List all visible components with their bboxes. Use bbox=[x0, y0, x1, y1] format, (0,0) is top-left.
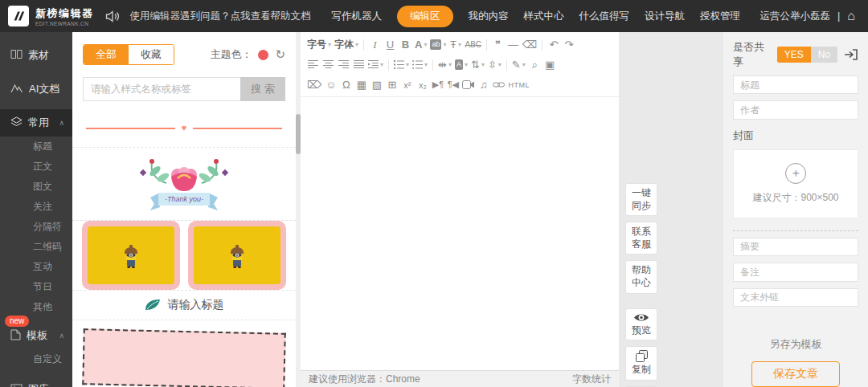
tab-all[interactable]: 全部 bbox=[84, 45, 129, 64]
align-left-button[interactable] bbox=[305, 60, 321, 69]
refresh-icon[interactable]: ↻ bbox=[275, 47, 285, 62]
theme-color-swatch[interactable] bbox=[258, 50, 268, 60]
style-search-input[interactable] bbox=[83, 77, 240, 101]
copy-button[interactable]: 复制 bbox=[625, 346, 657, 381]
eye-icon bbox=[633, 312, 649, 323]
style-item-thankyou-flower[interactable]: -Thank you- bbox=[72, 148, 296, 220]
one-key-sync-button[interactable]: 一键同步 bbox=[625, 183, 657, 216]
tab-favorites[interactable]: 收藏 bbox=[129, 45, 174, 64]
emoji-button[interactable]: ☺ bbox=[323, 79, 338, 91]
insert-image-button[interactable]: ▦ bbox=[354, 79, 369, 91]
nav-auth-manage[interactable]: 授权管理 bbox=[700, 10, 740, 23]
italic-button[interactable]: I bbox=[367, 39, 383, 51]
nav-editor-area[interactable]: 编辑区 bbox=[397, 6, 453, 27]
insert-link-button[interactable] bbox=[491, 81, 506, 88]
share-no-option[interactable]: No bbox=[811, 47, 837, 63]
font-family-select[interactable]: 字体▾ bbox=[333, 38, 360, 51]
note-input[interactable] bbox=[733, 263, 858, 281]
editor-content-area[interactable] bbox=[301, 97, 619, 370]
ordered-list-button[interactable]: ▾ bbox=[392, 60, 411, 69]
eraser-button[interactable]: ⌫ bbox=[521, 39, 538, 51]
nav-writing-robot[interactable]: 写作机器人 bbox=[332, 10, 383, 23]
share-yes-option[interactable]: YES bbox=[777, 47, 811, 63]
nav-my-content[interactable]: 我的内容 bbox=[469, 10, 509, 23]
word-count-link[interactable]: 字数统计 bbox=[572, 373, 611, 386]
cartoon-character-icon bbox=[227, 242, 247, 268]
bold-button[interactable]: B bbox=[398, 39, 413, 51]
article-title-input[interactable] bbox=[733, 75, 858, 94]
align-justify-button[interactable] bbox=[351, 60, 366, 69]
clear-format-button[interactable]: ⌦ bbox=[305, 79, 323, 91]
save-article-button[interactable]: 保存文章 bbox=[751, 361, 840, 387]
sidebar-item-qrcode[interactable]: 二维码 bbox=[0, 237, 72, 257]
sidebar-item-gallery[interactable]: 图库 ∧ bbox=[0, 376, 72, 387]
nav-style-center[interactable]: 样式中心 bbox=[524, 10, 564, 23]
sidebar-item-divider[interactable]: 分隔符 bbox=[0, 217, 72, 237]
contact-service-button[interactable]: 联系客服 bbox=[625, 222, 657, 255]
paragraph-backward-button[interactable]: ¶◀ bbox=[445, 79, 461, 90]
cover-upload-area[interactable]: ＋ 建议尺寸：900×500 bbox=[733, 149, 858, 218]
undo-button[interactable]: ↶ bbox=[546, 39, 561, 51]
footer-link-input[interactable] bbox=[733, 288, 858, 307]
insert-table-button[interactable]: ⊞ bbox=[384, 79, 399, 91]
paragraph-forward-button[interactable]: ▶¶ bbox=[430, 79, 445, 90]
auto-format-button[interactable]: A▾ bbox=[453, 59, 469, 70]
font-color-button[interactable]: A▾ bbox=[413, 39, 428, 51]
sidebar-item-common[interactable]: 常用 ∧ bbox=[0, 109, 72, 136]
upload-image-button[interactable]: ▧ bbox=[369, 79, 384, 91]
insert-video-button[interactable] bbox=[461, 80, 476, 89]
horizontal-rule-button[interactable]: — bbox=[506, 39, 521, 51]
sidebar-item-material[interactable]: 素材 bbox=[0, 42, 72, 69]
redo-button[interactable]: ↷ bbox=[561, 39, 576, 51]
strikethrough-button[interactable]: ABC bbox=[463, 40, 483, 49]
help-announcement-link[interactable]: 使用编辑器遇到问题？点我查看帮助文档 bbox=[130, 10, 311, 23]
article-author-input[interactable] bbox=[733, 100, 858, 119]
sidebar-item-other[interactable]: 其他 bbox=[0, 297, 72, 317]
preview-button[interactable]: 预览 bbox=[625, 308, 657, 341]
html-source-button[interactable]: HTML bbox=[506, 81, 531, 89]
insert-music-button[interactable]: ♫ bbox=[476, 79, 491, 91]
sidebar-item-title[interactable]: 标题 bbox=[0, 136, 72, 157]
align-center-button[interactable] bbox=[321, 60, 336, 69]
search-button[interactable]: 搜 索 bbox=[240, 77, 285, 101]
collapse-panel-icon[interactable] bbox=[844, 48, 858, 61]
username[interactable]: 运营公举小磊磊 bbox=[760, 10, 831, 23]
sidebar-item-custom[interactable]: 自定义 bbox=[0, 349, 72, 369]
style-item-yellow-cards[interactable] bbox=[72, 221, 296, 291]
sidebar-item-image-text[interactable]: 图文 bbox=[0, 177, 72, 197]
find-replace-button[interactable]: ⌕ bbox=[527, 59, 542, 71]
sidebar-item-template[interactable]: new 模板 ∧ bbox=[0, 322, 72, 349]
style-item-leaf-title[interactable]: 请输入标题 bbox=[72, 291, 296, 320]
nav-design-nav[interactable]: 设计导航 bbox=[645, 10, 685, 23]
underline-button[interactable]: U bbox=[383, 39, 398, 51]
indent-button[interactable]: ▾ bbox=[366, 60, 385, 69]
letter-spacing-button[interactable]: ⇹▾ bbox=[436, 59, 453, 71]
superscript-button[interactable]: x² bbox=[399, 80, 415, 90]
sidebar-item-ai-doc[interactable]: AI文档 bbox=[0, 75, 72, 103]
app-logo[interactable]: 新榜编辑器 EDIT.NEWRANK.CN bbox=[8, 6, 94, 26]
align-right-button[interactable] bbox=[336, 60, 351, 69]
format-brush-button[interactable]: ✎▾ bbox=[510, 59, 527, 71]
paragraph-spacing-button[interactable]: ⇳▾ bbox=[486, 59, 503, 71]
share-toggle[interactable]: YES No bbox=[777, 47, 837, 63]
sidebar-item-body-text[interactable]: 正文 bbox=[0, 157, 72, 177]
summary-input[interactable] bbox=[733, 238, 858, 256]
sidebar-item-festival[interactable]: 节日 bbox=[0, 277, 72, 297]
help-center-button[interactable]: 帮助中心 bbox=[625, 260, 657, 293]
save-as-template-link[interactable]: 另存为模板 bbox=[733, 337, 858, 352]
text-style-button[interactable]: Ŧ▾ bbox=[448, 39, 463, 51]
font-size-select[interactable]: 字号▾ bbox=[305, 38, 333, 51]
style-item-dashed-box[interactable] bbox=[72, 320, 296, 387]
style-item-heart-divider[interactable]: ♥ bbox=[72, 109, 296, 148]
page-preview-button[interactable]: ▣ bbox=[542, 59, 558, 71]
blockquote-button[interactable]: ❞ bbox=[490, 39, 506, 51]
special-char-button[interactable]: Ω bbox=[338, 79, 354, 91]
line-spacing-button[interactable]: ⇅▾ bbox=[469, 59, 486, 71]
sidebar-item-follow[interactable]: 关注 bbox=[0, 197, 72, 217]
background-color-button[interactable]: ab▾ bbox=[428, 39, 448, 50]
unordered-list-button[interactable]: ▾ bbox=[411, 60, 429, 69]
sidebar-item-interaction[interactable]: 互动 bbox=[0, 257, 72, 277]
home-icon[interactable]: ⌂ bbox=[847, 9, 855, 23]
subscript-button[interactable]: x₂ bbox=[415, 80, 430, 90]
nav-what-to-write[interactable]: 什么值得写 bbox=[579, 10, 630, 23]
